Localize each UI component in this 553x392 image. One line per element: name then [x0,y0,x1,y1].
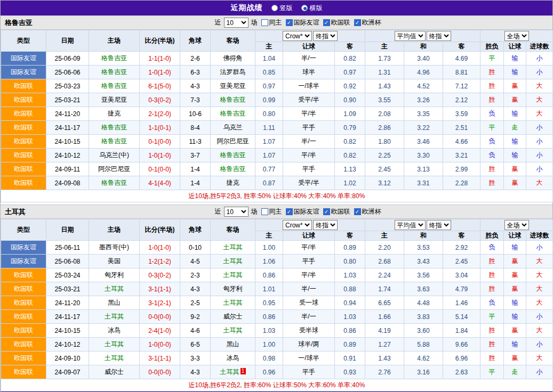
away-team: 捷克 [227,179,239,186]
away-team-cell: 土耳其 [211,296,255,310]
layout-radio-vertical[interactable]: 竖版 [271,4,293,13]
match-date: 25-03-21 [46,282,89,296]
corner-score: 6-3 [180,66,211,79]
header-date: 日期 [46,30,89,52]
away-team-cell: 格鲁吉亚 [211,107,255,121]
match-score[interactable]: 0-3(0-2) [140,268,180,282]
filter-rounds-suffix: 场 [251,207,258,216]
result-outcome: 胜 [480,352,504,365]
odds-handicap: 半/一 [283,135,335,149]
match-score[interactable]: 4-1(4-0) [140,176,180,190]
filter-checkbox-3[interactable]: ✓欧洲杯 [354,207,381,216]
match-score[interactable]: 1-2(1-2) [140,255,180,268]
odds-away: 0.89 [335,241,365,255]
match-score[interactable]: 0-1(0-0) [140,135,180,149]
away-team-cell: 佛得角 [211,52,255,66]
result-goals: 大 [526,282,553,296]
filter-checkbox-0[interactable]: 同主 [261,18,282,27]
avg-home: 2.68 [365,255,404,268]
avg-select[interactable]: 平均值 [395,220,426,230]
result-outcome: 胜 [480,255,504,268]
match-score[interactable]: 2-1(2-0) [140,107,180,121]
match-score[interactable]: 1-1(0-1) [140,121,180,135]
avg-time-select[interactable]: 终指 [427,220,451,230]
avg-draw: 3.35 [404,107,443,121]
odds-handicap: 半/一 [283,282,335,296]
odds-home: 1.11 [255,121,283,135]
result-handicap: 赢 [504,93,526,107]
odds-away: 0.90 [335,93,365,107]
home-team: 黑山 [89,296,140,310]
rounds-select[interactable]: 10 [224,207,249,217]
odds-away: 0.82 [335,135,365,149]
odds-company-select[interactable]: Crow* [283,220,312,230]
match-score[interactable]: 1-0(1-0) [140,241,180,255]
match-score[interactable]: 2-4(1-0) [140,324,180,338]
filter-checkbox-2[interactable]: ✓欧国联 [323,207,350,216]
result-goals: 小 [526,149,553,162]
avg-away: 2.51 [443,121,480,135]
rounds-select[interactable]: 10 [224,18,249,28]
match-score[interactable]: 6-1(5-0) [140,79,180,93]
filter-checkbox-2[interactable]: ✓欧国联 [323,18,350,27]
match-score[interactable]: 0-3(0-2) [140,93,180,107]
match-score[interactable]: 1-1(1-0) [140,52,180,66]
corner-score: 1-4 [180,162,211,176]
filter-checkbox-1[interactable]: ✓国际友谊 [286,18,319,27]
match-score[interactable]: 0-0(0-0) [140,365,180,379]
avg-home: 1.43 [365,352,404,365]
fulltime-select[interactable]: 全场 [504,220,529,230]
avg-time-select[interactable]: 终指 [427,31,451,41]
odds-handicap: 球半 [283,66,335,79]
fulltime-select[interactable]: 全场 [504,31,529,41]
away-team: 佛得角 [223,54,243,62]
match-date: 24-09-11 [46,162,89,176]
result-handicap: 输 [504,66,526,79]
match-score[interactable]: 0-1(0-0) [140,162,180,176]
subheader-odds_sub-0: 主 [255,42,283,52]
result-outcome: 胜 [480,176,504,190]
match-date: 24-09-07 [46,365,89,379]
result-outcome: 胜 [480,338,504,352]
match-score[interactable]: 1-0(0-0) [140,338,180,352]
avg-draw: 3.43 [404,255,443,268]
home-team: 格鲁吉亚 [89,176,140,190]
avg-away: 5.14 [443,310,480,324]
match-date: 25-06-08 [46,255,89,268]
filter-checkbox-0[interactable]: 同主 [261,207,282,216]
match-type-badge: 欧国联 [1,135,46,149]
filter-checkbox-1[interactable]: ✓国际友谊 [286,207,319,216]
checkbox-icon: ✓ [354,19,361,26]
odds-time-select[interactable]: 终指 [313,31,338,41]
filter-checkbox-3[interactable]: ✓欧洲杯 [354,18,381,27]
match-type-badge: 欧国联 [1,79,46,93]
avg-draw: 3.60 [404,324,443,338]
result-outcome: 胜 [480,282,504,296]
away-team-cell: 冰岛 [211,352,255,365]
match-score[interactable]: 3-1(1-1) [140,352,180,365]
odds-away: 1.13 [335,162,365,176]
match-score[interactable]: 0-0(0-0) [140,310,180,324]
odds-time-select[interactable]: 终指 [313,220,338,230]
header-type: 类型 [1,30,46,52]
avg-select[interactable]: 平均值 [395,31,426,41]
odds-home: 0.87 [255,176,283,190]
match-score[interactable]: 3-1(2-1) [140,296,180,310]
checkbox-icon: ✓ [323,208,330,215]
odds-company-select[interactable]: Crow* [283,31,312,41]
avg-home: 4.19 [365,324,404,338]
home-team: 格鲁吉亚 [89,66,140,79]
result-outcome: 胜 [480,162,504,176]
away-team-cell: 威尔士 [211,310,255,324]
match-score[interactable]: 1-0(1-0) [140,149,180,162]
match-date: 24-11-17 [46,310,89,324]
avg-draw: 3.83 [404,310,443,324]
match-score[interactable]: 1-0(1-0) [140,66,180,79]
layout-radio-horizontal[interactable]: 横版 [301,4,323,13]
result-goals: 小 [526,66,553,79]
result-handicap: 赢 [504,282,526,296]
avg-away: 4.69 [443,52,480,66]
avg-away: 2.45 [443,255,480,268]
match-score[interactable]: 3-1(1-1) [140,282,180,296]
avg-home: 2.76 [365,365,404,379]
